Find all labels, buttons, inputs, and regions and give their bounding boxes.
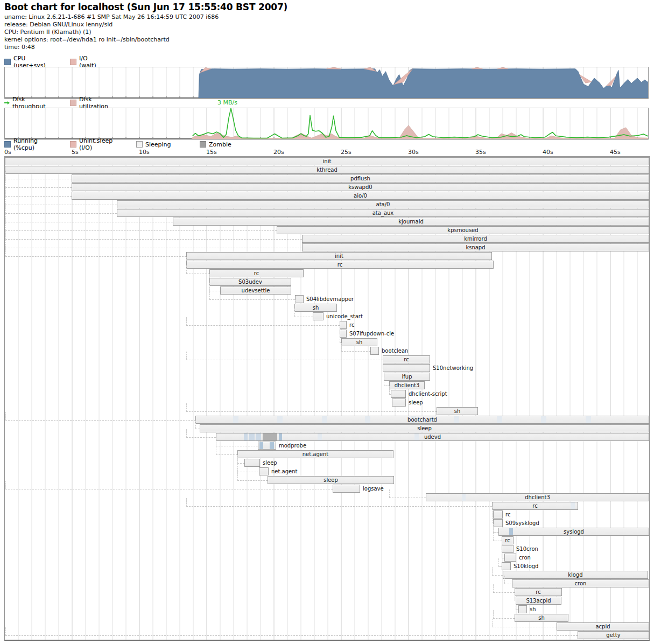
disk-line-plot [5,108,648,139]
process-label: syslogd [498,528,649,536]
tree-connector-line [186,352,187,360]
process-label: sleep [200,424,649,432]
time-tick-label: 15s [206,149,217,156]
process-bar-s10networking [383,364,430,372]
process-label: udevsettle [220,286,291,295]
process-label: aio/0 [72,192,649,200]
page-title: Boot chart for localhost (Sun Jun 17 15:… [4,2,287,12]
tree-connector-line [389,489,390,498]
tree-connector-line [502,550,502,558]
tree-connector-line [209,299,295,300]
tree-connector-line [186,506,492,507]
legend-label: Zombie [209,141,231,148]
process-label: rc [383,355,430,363]
tree-connector-line [209,283,210,291]
info-cpu: CPU: Pentium II (Klamath) (1) [4,29,92,36]
process-label: sh [515,614,568,622]
process-label: net.agent [271,467,297,475]
tree-connector-line [340,334,340,342]
process-bar-sh [518,605,527,613]
process-gantt-rows: initkthreadpdflushkswapd0aio/0ata/0ata_a… [5,157,649,640]
io-swatch-icon [70,59,76,65]
tree-connector-line [216,446,216,454]
process-label: init [5,157,649,165]
tree-connector-line [5,214,6,222]
time-tick-label: 10s [139,149,150,156]
info-kernel-options: kernel options: root=/dev/hda1 ro init=/… [4,36,170,43]
time-axis: 0s5s10s15s20s25s30s35s40s45s [4,149,650,156]
tree-connector-line [237,472,259,472]
tree-connector-line [5,179,72,179]
process-label: S07ifupdown-cle [349,330,394,338]
process-label: logsave [363,485,384,493]
tree-connector-line [389,498,426,498]
cpu-area-plot [5,67,648,98]
tree-connector-line [186,265,187,274]
legend-item: I/O (wait) [70,59,96,65]
tree-connector-line [5,248,302,248]
process-label: ata/0 [117,200,649,208]
process-label: cron [519,554,531,562]
process-label: rc [349,321,354,329]
process-label: S10cron [516,545,538,553]
tree-connector-line [516,601,516,610]
process-label: unicode_start [326,312,363,320]
tree-connector-line [294,309,295,317]
process-label: kpsmoused [277,226,649,234]
process-label: dhclient-script [409,390,447,398]
tree-connector-line [341,343,342,351]
legend-item: Zombie [200,141,231,148]
tree-connector-line [5,256,186,257]
process-bar-modprobe [258,442,276,450]
process-bar-sleep [244,459,260,467]
cpu-swatch-icon [4,141,11,148]
legend-item: CPU (user+sys) [4,59,46,65]
legend-label: Sleeping [145,141,171,148]
tree-connector-line [5,213,117,214]
legend-item: Disk throughput [4,100,46,106]
tree-connector-line [186,411,437,412]
info-time: time: 0:48 [4,44,35,51]
process-bar-s07ifupdown-cle [340,330,347,338]
tree-connector-line [195,429,200,429]
tree-connector-line [5,239,302,240]
process-label: acpid [557,622,649,631]
tree-connector-line [237,455,238,463]
tree-connector-line [492,619,493,627]
info-uname: uname: Linux 2.6.21-1-686 #1 SMP Sat May… [4,13,219,20]
tree-connector-line [492,575,503,576]
tree-connector-line [5,205,6,213]
process-label: sleep [409,398,423,407]
tree-connector-line [5,489,333,489]
tree-connector-line [492,627,557,627]
tree-connector-line [391,395,391,403]
process-label: init [186,252,492,260]
process-gantt-chart: initkthreadpdflushkswapd0aio/0ata/0ata_a… [4,156,650,641]
disk-peak-label: 3 MB/s [217,99,237,106]
tree-connector-line [5,197,6,205]
tree-connector-line [209,291,210,299]
process-label: sh [437,407,478,415]
util-swatch-icon [70,100,76,106]
tree-connector-line [504,584,512,584]
process-label: bootchartd [195,416,649,424]
tree-connector-line [216,446,258,446]
time-tick-label: 30s [408,149,419,156]
process-bar-logsave [333,485,360,493]
legend-item: Disk utilization [70,100,108,106]
process-label: rc [502,536,514,544]
tree-connector-line [5,635,578,636]
tree-connector-line [493,533,494,541]
process-bar-rc [340,321,347,329]
cpu-swatch-icon [4,59,11,65]
process-label: dhclient3 [389,381,425,389]
tree-connector-line [186,403,187,411]
process-label: kjournald [173,218,649,226]
tree-connector-line [383,369,383,377]
tree-connector-line [515,593,515,601]
tree-connector-line [186,325,340,326]
process-label: kswapd0 [72,183,649,191]
info-release: release: Debian GNU/Linux lenny/sid [4,21,112,28]
tree-connector-line [493,541,502,541]
tree-connector-line [5,481,6,489]
